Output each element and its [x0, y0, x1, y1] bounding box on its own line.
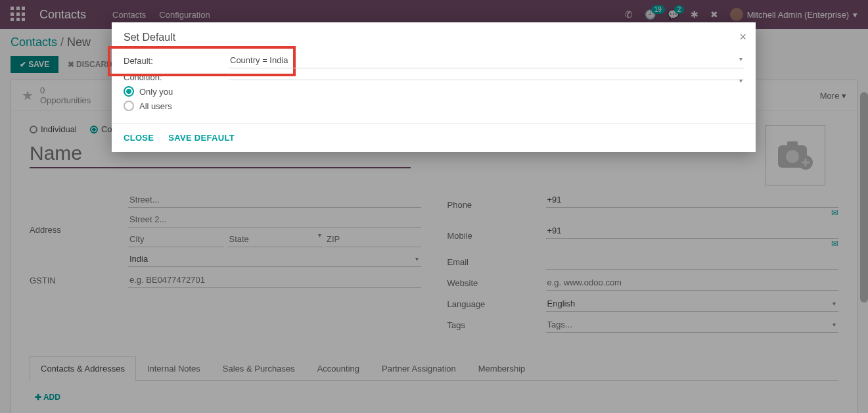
condition-label: Condition: [124, 72, 229, 82]
close-icon[interactable]: × [739, 30, 746, 44]
modal-close-button[interactable]: CLOSE [124, 133, 154, 143]
radio-only-you[interactable]: Only you [124, 86, 744, 97]
modal-title: Set Default [124, 32, 175, 43]
chevron-down-icon: ▾ [739, 77, 742, 84]
set-default-modal: Set Default × Default: Country = India▾ … [112, 22, 756, 152]
radio-all-users[interactable]: All users [124, 101, 744, 111]
default-label: Default: [124, 56, 229, 66]
condition-select[interactable]: ▾ [229, 74, 744, 80]
default-select[interactable]: Country = India▾ [229, 53, 744, 68]
chevron-down-icon: ▾ [739, 55, 742, 62]
modal-save-default-button[interactable]: SAVE DEFAULT [168, 133, 235, 143]
